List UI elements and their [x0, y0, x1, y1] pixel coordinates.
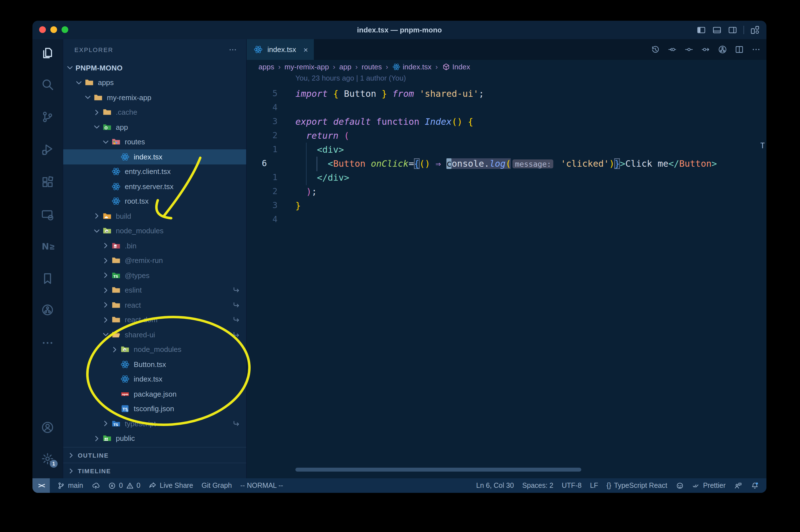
- split-editor-icon[interactable]: [735, 45, 744, 54]
- chevron-right-icon: [101, 271, 111, 280]
- previous-change-icon[interactable]: [667, 45, 677, 54]
- activitybar-run-and-debug[interactable]: [41, 142, 54, 156]
- status-remote-indicator[interactable]: ><: [33, 478, 50, 493]
- code-token: >: [711, 158, 717, 169]
- status-indentation[interactable]: Spaces: 2: [522, 478, 553, 493]
- tree-item-build[interactable]: build: [63, 209, 246, 224]
- toggle-file-blame-icon[interactable]: [684, 45, 694, 54]
- status-text: Live Share: [160, 482, 193, 490]
- activitybar-explorer[interactable]: [41, 46, 54, 60]
- more-actions-icon[interactable]: [751, 45, 761, 54]
- activitybar-remote-explorer[interactable]: [41, 208, 54, 222]
- title-bar[interactable]: index.tsx — pnpm-mono: [33, 21, 766, 39]
- tree-item-.cache[interactable]: .cache: [63, 105, 246, 120]
- status-eol[interactable]: LF: [590, 478, 598, 493]
- tree-item-entry.client.tsx[interactable]: entry.client.tsx: [63, 164, 246, 179]
- git-branch-actions-icon[interactable]: [718, 45, 727, 54]
- horizontal-scrollbar[interactable]: [296, 468, 581, 472]
- tree-item-tsconfig.json[interactable]: TStsconfig.json: [63, 401, 246, 416]
- tree-item-index.tsx[interactable]: index.tsx: [63, 372, 246, 386]
- activitybar-additional-views[interactable]: [41, 336, 54, 349]
- status-language-mode[interactable]: {}TypeScript React: [606, 478, 667, 493]
- code-line[interactable]: 1 <div>: [247, 142, 766, 157]
- tree-item-Button.tsx[interactable]: Button.tsx: [63, 357, 246, 372]
- code-token: {: [468, 116, 473, 127]
- code-line[interactable]: 2 );: [247, 185, 766, 198]
- tree-item-index.tsx[interactable]: index.tsx: [63, 149, 246, 164]
- code-token: [296, 130, 306, 141]
- status-git-graph[interactable]: Git Graph: [202, 478, 232, 493]
- toggle-secondary-sidebar-icon[interactable]: [728, 25, 737, 35]
- code-line[interactable]: 3export default function Index() {: [247, 115, 766, 129]
- status-problems[interactable]: 00: [108, 478, 140, 493]
- code-line[interactable]: 4: [247, 101, 766, 115]
- views-and-more-actions-icon[interactable]: [228, 45, 237, 54]
- tree-item-shared-ui[interactable]: shared-ui: [63, 327, 246, 342]
- breadcrumb-Index[interactable]: Index: [442, 62, 470, 71]
- code-token: ): [609, 158, 614, 169]
- breadcrumb-app[interactable]: app: [339, 62, 351, 71]
- close-tab-icon[interactable]: ×: [304, 45, 308, 54]
- code-line[interactable]: 2 return (: [247, 129, 766, 142]
- breadcrumb-my-remix-app[interactable]: my-remix-app: [284, 62, 329, 71]
- tree-item-eslint[interactable]: eslint: [63, 283, 246, 298]
- tree-item-app[interactable]: app: [63, 120, 246, 135]
- tree-item-react-dom[interactable]: react-dom: [63, 312, 246, 327]
- line-number: 4: [247, 213, 278, 227]
- code-token: [414, 89, 419, 99]
- status-notifications[interactable]: [750, 478, 759, 493]
- customize-layout-icon[interactable]: [750, 25, 760, 35]
- activitybar-source-control[interactable]: [41, 110, 54, 124]
- status-vim-mode[interactable]: -- NORMAL --: [240, 478, 283, 493]
- status-publish-changes[interactable]: [92, 478, 100, 493]
- tree-item-.bin[interactable]: 01.bin: [63, 238, 246, 253]
- toggle-primary-sidebar-icon[interactable]: [697, 25, 706, 35]
- code-line[interactable]: 4: [247, 213, 766, 227]
- tree-item-label: node_modules: [134, 345, 182, 354]
- toggle-panel-icon[interactable]: [712, 25, 722, 35]
- breadcrumb-apps[interactable]: apps: [259, 62, 274, 71]
- tree-item-@types[interactable]: TS@types: [63, 268, 246, 283]
- tree-item-PNPM-MONO[interactable]: PNPM-MONO: [63, 60, 246, 75]
- breadcrumb-routes[interactable]: routes: [362, 62, 382, 71]
- activitybar-git-graph[interactable]: [41, 303, 54, 317]
- code-line[interactable]: 5import { Button } from 'shared-ui';: [247, 87, 766, 101]
- tree-item-@remix-run[interactable]: @remix-run: [63, 253, 246, 268]
- status-cursor-position[interactable]: Ln 6, Col 30: [476, 478, 514, 493]
- status-formatter-prettier[interactable]: Prettier: [692, 478, 726, 493]
- activitybar-nx-console[interactable]: N≥: [41, 240, 54, 253]
- tree-item-node_modules[interactable]: jsnode_modules: [63, 342, 246, 357]
- code-editor[interactable]: You, 23 hours ago | 1 author (You) 5impo…: [247, 73, 766, 478]
- tree-item-entry.server.tsx[interactable]: entry.server.tsx: [63, 179, 246, 194]
- tree-item-react[interactable]: react: [63, 298, 246, 312]
- breadcrumb-index.tsx[interactable]: index.tsx: [392, 62, 432, 71]
- tree-item-routes[interactable]: routes: [63, 135, 246, 149]
- status-live-share[interactable]: Live Share: [149, 478, 193, 493]
- tree-item-my-remix-app[interactable]: my-remix-app: [63, 90, 246, 105]
- code-line[interactable]: 1 </div>: [247, 171, 766, 185]
- tree-item-package.json[interactable]: npmpackage.json: [63, 386, 246, 401]
- line-number: 2: [247, 129, 278, 142]
- outline-section[interactable]: OUTLINE: [63, 447, 246, 463]
- status-git-branch[interactable]: main: [57, 478, 83, 493]
- tree-item-typescript[interactable]: TStypescript: [63, 416, 246, 431]
- next-change-icon[interactable]: [701, 45, 710, 54]
- status-feedback[interactable]: [734, 478, 742, 493]
- timeline-history-icon[interactable]: [651, 45, 660, 54]
- activitybar-search[interactable]: [41, 78, 54, 91]
- status-encoding[interactable]: UTF-8: [562, 478, 582, 493]
- tree-item-node_modules[interactable]: jsnode_modules: [63, 224, 246, 238]
- status-github[interactable]: [675, 478, 684, 493]
- tree-item-apps[interactable]: apps: [63, 75, 246, 90]
- activitybar-extensions[interactable]: [41, 176, 54, 189]
- tab-index-tsx[interactable]: index.tsx ×: [247, 39, 313, 60]
- tree-item-public[interactable]: public: [63, 431, 246, 446]
- react-icon: [120, 152, 130, 162]
- tree-item-root.tsx[interactable]: root.tsx: [63, 194, 246, 209]
- activitybar-manage[interactable]: 1: [41, 452, 54, 466]
- activitybar-bookmarks[interactable]: [41, 272, 54, 285]
- activitybar-accounts[interactable]: [41, 421, 54, 434]
- timeline-section[interactable]: TIMELINE: [63, 463, 246, 478]
- code-line[interactable]: 3}: [247, 198, 766, 213]
- code-line[interactable]: 6 <Button onClick={() ⇒ console.log(mess…: [247, 157, 766, 171]
